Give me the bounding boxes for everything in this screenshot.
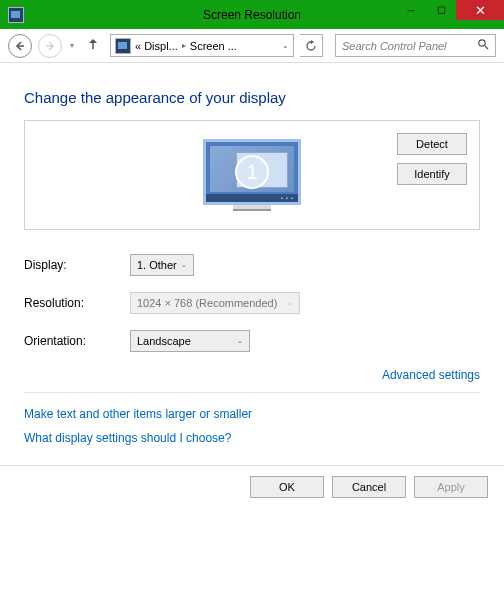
arrow-up-icon (86, 37, 100, 51)
search-input[interactable]: Search Control Panel (335, 34, 496, 57)
window-controls: ─ ☐ ✕ (396, 0, 504, 29)
orientation-value: Landscape (137, 335, 191, 347)
chevron-down-icon: ⌄ (237, 337, 243, 345)
breadcrumb-item[interactable]: Screen ... (190, 40, 237, 52)
minimize-button[interactable]: ─ (396, 0, 426, 20)
titlebar: Screen Resolution ─ ☐ ✕ (0, 0, 504, 29)
chevron-down-icon: ⌄ (181, 261, 187, 269)
address-bar[interactable]: « Displ... ▸ Screen ... ⌄ (110, 34, 294, 57)
nav-toolbar: ▾ « Displ... ▸ Screen ... ⌄ Search Contr… (0, 29, 504, 63)
resolution-value: 1024 × 768 (Recommended) (137, 297, 277, 309)
control-panel-icon (8, 7, 24, 23)
back-button[interactable] (8, 34, 32, 58)
orientation-label: Orientation: (24, 334, 130, 348)
refresh-button[interactable] (300, 34, 323, 57)
resolution-label: Resolution: (24, 296, 130, 310)
identify-button[interactable]: Identify (397, 163, 467, 185)
orientation-select[interactable]: Landscape ⌄ (130, 330, 250, 352)
detect-button[interactable]: Detect (397, 133, 467, 155)
control-panel-icon (115, 38, 131, 54)
up-button[interactable] (82, 37, 104, 54)
monitor-preview[interactable]: • • • 1 (203, 139, 301, 211)
window-title: Screen Resolution (203, 8, 301, 22)
display-label: Display: (24, 258, 130, 272)
search-icon (477, 38, 489, 53)
advanced-settings-link[interactable]: Advanced settings (382, 368, 480, 382)
arrow-left-icon (14, 40, 26, 52)
cancel-button[interactable]: Cancel (332, 476, 406, 498)
display-preview-box: • • • 1 Detect Identify (24, 120, 480, 230)
refresh-icon (305, 40, 317, 52)
content-panel: Change the appearance of your display • … (0, 63, 504, 445)
display-select[interactable]: 1. Other ⌄ (130, 254, 194, 276)
help-link[interactable]: What display settings should I choose? (24, 431, 231, 445)
footer-buttons: OK Cancel Apply (0, 466, 504, 508)
history-dropdown-icon[interactable]: ▾ (68, 41, 76, 50)
display-value: 1. Other (137, 259, 177, 271)
chevron-down-icon[interactable]: ⌄ (282, 41, 289, 50)
forward-button[interactable] (38, 34, 62, 58)
chevron-right-icon: ▸ (182, 41, 186, 50)
svg-point-0 (479, 40, 485, 46)
text-size-link[interactable]: Make text and other items larger or smal… (24, 407, 252, 421)
resolution-select[interactable]: 1024 × 768 (Recommended) ⌄ (130, 292, 300, 314)
monitor-screen: • • • 1 (203, 139, 301, 205)
close-button[interactable]: ✕ (456, 0, 504, 20)
monitor-number: 1 (235, 155, 269, 189)
breadcrumb-item[interactable]: « Displ... (135, 40, 178, 52)
search-placeholder: Search Control Panel (342, 40, 447, 52)
arrow-right-icon (44, 40, 56, 52)
page-heading: Change the appearance of your display (24, 89, 480, 106)
apply-button[interactable]: Apply (414, 476, 488, 498)
ok-button[interactable]: OK (250, 476, 324, 498)
chevron-down-icon: ⌄ (287, 299, 293, 307)
divider (24, 392, 480, 393)
maximize-button[interactable]: ☐ (426, 0, 456, 20)
